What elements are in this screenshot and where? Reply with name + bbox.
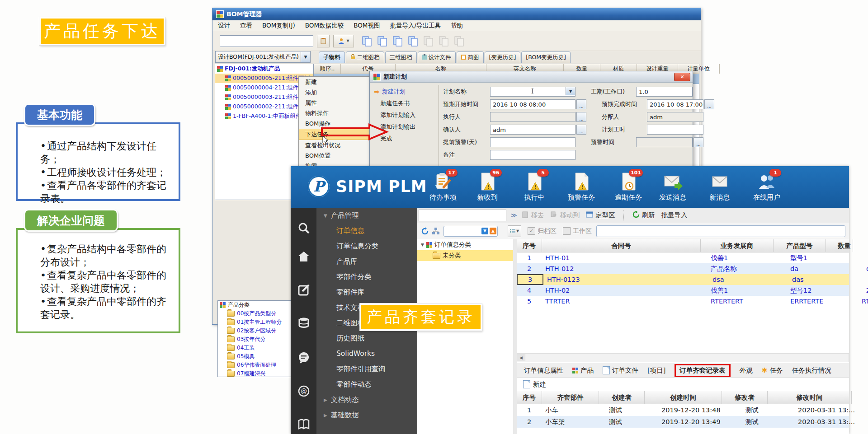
category-root[interactable]: 产品分类	[218, 301, 295, 309]
bom-menu-item[interactable]: 查看	[240, 22, 252, 30]
field-input[interactable]	[490, 112, 576, 122]
field-input[interactable]: 2016-10-08 17:00	[647, 99, 703, 109]
category-item[interactable]: 00按产品类型分	[218, 309, 295, 318]
order-column-header[interactable]: 序号	[517, 239, 542, 252]
record-column-header[interactable]: 齐套部件	[542, 391, 599, 404]
bom-search-input[interactable]	[220, 35, 313, 47]
bom-tab-5[interactable]: 简图	[457, 51, 484, 63]
ellipsis-button[interactable]: ...	[693, 137, 703, 147]
category-item[interactable]: 03按年代分	[218, 335, 295, 344]
archive-checkbox[interactable]: ✓	[528, 227, 535, 235]
sipm-search-icon[interactable]	[291, 218, 316, 239]
field-input[interactable]	[490, 150, 576, 160]
field-input[interactable]	[490, 137, 576, 147]
dialog-nav-item[interactable]: 新建任务书	[374, 98, 436, 109]
nav-item-9[interactable]: SolidWorks	[316, 346, 417, 361]
database-icon[interactable]	[291, 313, 316, 334]
category-item[interactable]: 02按客户区域分	[218, 327, 295, 335]
record-row[interactable]: 2小车架测试2019-12-20 13:49测试2020-03-31 13:..…	[517, 416, 849, 428]
bom-titlebar[interactable]: BOM管理器	[212, 8, 701, 20]
detail-tab-8[interactable]: 任务执行情况	[792, 366, 831, 375]
nav-section-collapsed-2[interactable]: ▶基础数据	[316, 407, 417, 423]
ellipsis-button[interactable]: ...	[704, 99, 714, 109]
header-icon-7[interactable]: 新消息	[698, 172, 741, 202]
bom-menu-item[interactable]: 帮助	[451, 22, 463, 30]
nav-item-10[interactable]: 零部件引用查询	[316, 361, 417, 377]
ellipsis-button[interactable]: ...	[576, 125, 586, 135]
detail-tab-5[interactable]: 订单齐套记录表	[675, 364, 731, 377]
quick-search-input[interactable]	[596, 225, 845, 237]
nav-item-3[interactable]: 产品库	[316, 254, 417, 269]
bom-tab-4[interactable]: 设计文件	[418, 51, 456, 63]
header-icon-1[interactable]: 17待办事项	[421, 172, 465, 202]
bom-tab-2[interactable]: 二维图档	[346, 51, 384, 63]
field-input[interactable]: 1.0	[636, 87, 693, 97]
home-icon[interactable]	[291, 246, 316, 267]
bom-column-header[interactable]: 顺序..	[314, 64, 341, 74]
field-combo[interactable]: ▼I	[490, 87, 576, 97]
chevron-collapse-icon[interactable]: ≫	[511, 212, 517, 219]
edit-icon[interactable]	[291, 279, 316, 301]
nav-item-2[interactable]: 订单信息分类	[316, 238, 417, 254]
new-button[interactable]: 新建	[533, 380, 546, 389]
bom-menu-item[interactable]: 批量导入/导出工具	[390, 22, 441, 30]
order-row[interactable]: 5TTRTERRTERTERTERRTERTERTR	[517, 296, 849, 307]
category-item[interactable]: 06华伟表面处理	[218, 361, 295, 369]
org-chart-icon[interactable]	[432, 227, 440, 235]
header-icon-8[interactable]: 1在线用户	[745, 172, 788, 202]
category-item[interactable]: 07福建浔兴	[218, 369, 295, 377]
move-up-icon[interactable]: ▲	[490, 228, 496, 234]
close-button[interactable]: ✕	[674, 73, 690, 81]
order-column-header[interactable]: 合同号	[542, 239, 701, 252]
order-row[interactable]: 3HTH-0123dsadasas	[517, 274, 849, 285]
order-column-header[interactable]: 数量	[826, 239, 853, 252]
combo-caret-icon[interactable]: ▼	[566, 87, 575, 95]
content-search-input[interactable]	[419, 210, 506, 221]
record-row[interactable]: 1小车测试2019-12-20 13:48测试2020-03-31 13:...	[517, 404, 849, 416]
header-icon-3[interactable]: 5执行中	[513, 172, 556, 202]
tree-filter-input[interactable]: ▼ ▲	[443, 226, 498, 237]
horizontal-scrollbar[interactable]: ◀	[517, 353, 849, 362]
record-column-header[interactable]: 创建时间	[645, 391, 722, 404]
dialog-nav-item[interactable]: ⇨新建计划	[374, 86, 436, 98]
dialog-nav-item[interactable]: 添加计划输出	[374, 121, 436, 133]
header-icon-6[interactable]: 发送消息	[651, 172, 694, 202]
copy-document-icon[interactable]	[406, 34, 420, 48]
order-row[interactable]: 1HTH-01伐善1型号12	[517, 252, 849, 263]
bom-view-dropdown[interactable]: 设计BOM(FDJ-001:发动机产品) ▼	[215, 51, 311, 63]
record-column-header[interactable]: 修改时间	[768, 391, 852, 404]
field-input[interactable]: adm	[490, 125, 576, 135]
field-input[interactable]: adm	[647, 112, 703, 122]
detail-tab-4[interactable]: [项目]	[647, 366, 665, 375]
category-item[interactable]: 04工装	[218, 344, 295, 352]
order-column-header[interactable]: 业务发展商	[701, 239, 774, 252]
list-view-button[interactable]: ▼	[508, 225, 521, 237]
bom-menu-item[interactable]: BOM数据比较	[305, 22, 344, 30]
detail-tab-2[interactable]: 产品	[572, 366, 594, 375]
bom-tree-root[interactable]: FDJ-001:发动机产品	[215, 64, 313, 74]
header-icon-5[interactable]: 101逾期任务	[607, 172, 650, 202]
copy-document-icon[interactable]	[391, 34, 405, 48]
detail-tab-7[interactable]: ✱任务	[762, 366, 783, 375]
order-class-root[interactable]: ▼ 订单信息分类	[417, 239, 513, 250]
workzone-checkbox[interactable]	[563, 227, 571, 235]
ellipsis-button[interactable]: ...	[576, 112, 586, 122]
bom-tab-3[interactable]: 三维图档	[385, 51, 417, 63]
field-input[interactable]	[647, 125, 703, 135]
nav-section-collapsed-1[interactable]: ▶文档动态	[316, 392, 417, 407]
copy-document-icon[interactable]	[360, 34, 374, 48]
nav-item-5[interactable]: 零部件库	[316, 285, 417, 300]
bom-user-split-button[interactable]: ▼	[333, 35, 354, 47]
bom-column-header[interactable]: 设计	[719, 64, 720, 74]
record-column-header[interactable]: 创建者	[599, 391, 645, 404]
order-row[interactable]: 4HTH-02伐善1型号1221	[517, 285, 849, 296]
bom-menu-item[interactable]: BOM视图	[354, 22, 380, 30]
nav-item-4[interactable]: 零部件分类	[316, 269, 417, 285]
dialog-nav-item[interactable]: 添加计划输入	[374, 109, 436, 121]
book-icon[interactable]	[291, 414, 316, 434]
record-column-header[interactable]: 修改者	[722, 391, 768, 404]
support-at-icon[interactable]: @	[291, 380, 316, 402]
category-item[interactable]: 05模具	[218, 352, 295, 361]
toolbar-button-3[interactable]: 定型区	[586, 211, 615, 219]
nav-item-11[interactable]: 零部件动态	[316, 377, 417, 392]
